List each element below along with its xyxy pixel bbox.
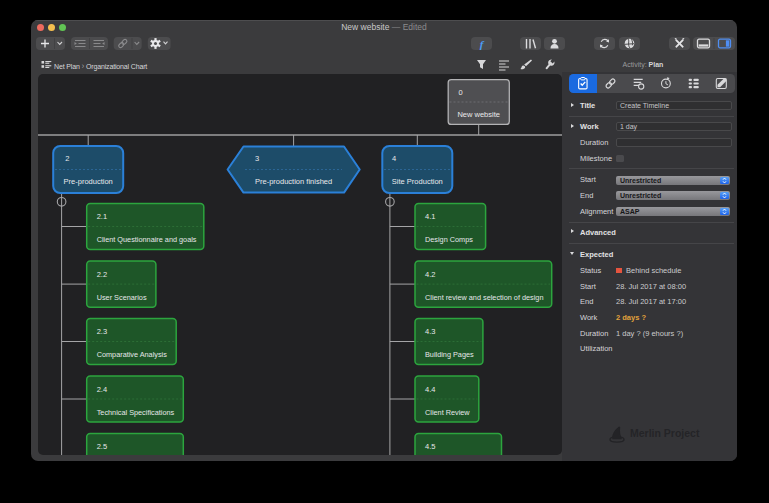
svg-text:Pre-production finished: Pre-production finished bbox=[255, 177, 332, 186]
svg-text:Site Production: Site Production bbox=[392, 177, 443, 186]
svg-text:4.4: 4.4 bbox=[425, 385, 435, 394]
svg-text:Client review and selection of: Client review and selection of design bbox=[425, 293, 543, 302]
svg-text:Client Questionnaire and goals: Client Questionnaire and goals bbox=[97, 235, 197, 244]
svg-text:2.2: 2.2 bbox=[97, 270, 107, 279]
svg-text:4.1: 4.1 bbox=[425, 212, 435, 221]
svg-text:3: 3 bbox=[255, 154, 259, 163]
svg-text:New website: New website bbox=[457, 110, 500, 119]
svg-text:Client Review: Client Review bbox=[425, 408, 470, 417]
svg-text:2.5: 2.5 bbox=[97, 442, 107, 451]
svg-text:Building Pages: Building Pages bbox=[425, 350, 474, 359]
svg-text:2.3: 2.3 bbox=[97, 327, 107, 336]
svg-text:Comparative Analysis: Comparative Analysis bbox=[97, 350, 168, 359]
svg-text:Design Comps: Design Comps bbox=[425, 235, 473, 244]
svg-text:4: 4 bbox=[392, 154, 396, 163]
svg-text:4.5: 4.5 bbox=[425, 442, 435, 451]
svg-text:4.2: 4.2 bbox=[425, 270, 435, 279]
svg-text:2.1: 2.1 bbox=[97, 212, 107, 221]
svg-text:User Scenarios: User Scenarios bbox=[97, 293, 147, 302]
svg-text:4.3: 4.3 bbox=[425, 327, 435, 336]
svg-text:0: 0 bbox=[459, 88, 463, 97]
svg-text:Pre-production: Pre-production bbox=[64, 177, 113, 186]
svg-text:2.4: 2.4 bbox=[97, 385, 107, 394]
svg-text:2: 2 bbox=[65, 154, 69, 163]
svg-text:Technical Specifications: Technical Specifications bbox=[97, 408, 175, 417]
